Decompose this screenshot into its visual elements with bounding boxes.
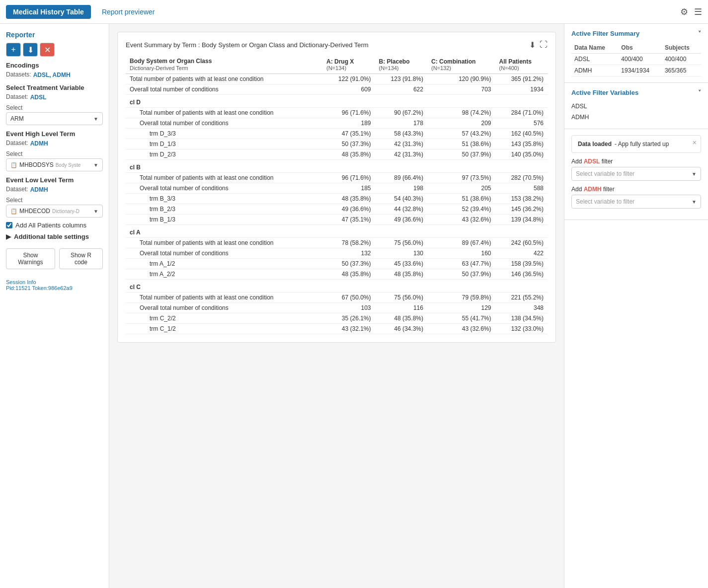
table-cell-b: 44 (32.8%) <box>375 204 427 215</box>
fs-col-name: Data Name <box>571 42 618 54</box>
table-row: trm D_3/347 (35.1%)58 (43.3%)57 (43.2%)1… <box>126 129 548 139</box>
adsl-filter-label: Add Add ADSL filter ADSL filter <box>571 158 701 165</box>
table-cell-b: 130 <box>375 248 427 259</box>
table-cell-a: 50 (37.3%) <box>322 139 375 149</box>
table-cell-all: 145 (36.2%) <box>495 204 548 215</box>
table-row: trm A_2/248 (35.8%)48 (35.8%)50 (37.9%)1… <box>126 269 548 280</box>
admh-filter-label: Add ADMH filter <box>571 186 701 193</box>
event-high-dataset-row: Dataset: ADMH <box>6 140 103 147</box>
close-button[interactable]: ✕ <box>40 43 55 57</box>
table-download-icon[interactable]: ⬇ <box>529 40 536 50</box>
table-cell-a: 96 (71.6%) <box>322 108 375 118</box>
event-high-title: Event High Level Term <box>6 130 103 138</box>
table-cell-b <box>375 160 427 173</box>
table-cell-all <box>495 280 548 293</box>
col-header-b: B: Placebo (N=134) <box>375 56 427 74</box>
table-cell-a: 47 (35.1%) <box>322 215 375 225</box>
event-low-dataset-label: Dataset: <box>6 186 28 193</box>
admh-select-chevron: ▼ <box>692 199 697 205</box>
table-cell-label: trm C_1/2 <box>126 324 322 334</box>
add-filter-section: Data loaded - App fully started up × Add… <box>564 129 708 220</box>
table-row: Total number of patients with at least o… <box>126 173 548 183</box>
show-code-button[interactable]: Show R code <box>59 248 103 269</box>
table-row: cl D <box>126 95 548 108</box>
admh-filter-select[interactable]: Select variable to filter ▼ <box>571 195 701 209</box>
table-cell-c: 129 <box>427 303 495 313</box>
adsl-select-placeholder: Select variable to filter <box>576 170 634 177</box>
event-high-arrow: ▼ <box>93 162 98 168</box>
table-row: trm C_2/235 (26.1%)48 (35.8%)55 (41.7%)1… <box>126 313 548 324</box>
table-cell-b: 75 (56.0%) <box>375 238 427 248</box>
table-cell-b <box>375 280 427 293</box>
table-cell-b: 48 (35.8%) <box>375 269 427 280</box>
additional-settings[interactable]: ▶ Additional table settings <box>6 233 103 240</box>
adsl-filter-select[interactable]: Select variable to filter ▼ <box>571 167 701 181</box>
nav-brand[interactable]: Medical History Table <box>6 5 91 19</box>
table-cell-a: 103 <box>322 303 375 313</box>
table-cell-a: 35 (26.1%) <box>322 313 375 324</box>
filter-vars-collapse-icon[interactable]: ˅ <box>698 89 701 96</box>
table-cell-all: 365 (91.2%) <box>495 74 548 84</box>
table-cell-b <box>375 225 427 238</box>
add-all-patients-checkbox[interactable] <box>6 222 12 228</box>
table-cell-all: 139 (34.8%) <box>495 215 548 225</box>
encodings-title: Encodings <box>6 62 103 69</box>
table-row: trm D_2/348 (35.8%)42 (31.3%)50 (37.9%)1… <box>126 149 548 160</box>
table-expand-icon[interactable]: ⛶ <box>540 40 548 50</box>
filter-summary-collapse-icon[interactable]: ˅ <box>698 30 701 37</box>
table-row: Total number of patients with at least o… <box>126 238 548 248</box>
event-low-table-icon: 📋 <box>10 208 17 215</box>
event-high-sub: Body Syste <box>56 162 81 168</box>
add-button[interactable]: + <box>6 43 21 57</box>
table-cell-label: trm A_2/2 <box>126 269 322 280</box>
table-cell-c: 51 (38.6%) <box>427 139 495 149</box>
download-button[interactable]: ⬇ <box>23 43 38 57</box>
table-cell-c: 55 (41.7%) <box>427 313 495 324</box>
event-low-select[interactable]: 📋 MHDECOD Dictionary-D ▼ <box>6 205 103 218</box>
datasets-row: Datasets: ADSL, ADMH <box>6 71 103 79</box>
table-cell-b: 89 (66.4%) <box>375 173 427 183</box>
show-warnings-button[interactable]: Show Warnings <box>6 248 55 269</box>
table-cell-c <box>427 280 495 293</box>
data-table: Body System or Organ Class Dictionary-De… <box>126 56 548 334</box>
table-cell-a: 49 (36.6%) <box>322 204 375 215</box>
table-row: trm A_1/250 (37.3%)45 (33.6%)63 (47.7%)1… <box>126 259 548 269</box>
table-cell-label: Total number of patients with at least o… <box>126 74 322 84</box>
event-low-title: Event Low Level Term <box>6 176 103 184</box>
table-cell-all: 138 (34.5%) <box>495 313 548 324</box>
table-cell-b: 75 (56.0%) <box>375 293 427 303</box>
table-cell-label: cl D <box>126 95 322 108</box>
table-cell-label: Overall total number of conditions <box>126 118 322 129</box>
session-label[interactable]: Session Info <box>6 279 103 285</box>
table-cell-a: 609 <box>322 84 375 95</box>
add-all-patients-row: Add All Patients columns <box>6 221 103 229</box>
col-header-body-system: Body System or Organ Class Dictionary-De… <box>126 56 322 74</box>
nav-icons: ⚙ ☰ <box>680 6 702 17</box>
table-cell-label: trm C_2/2 <box>126 313 322 324</box>
main-layout: Reporter + ⬇ ✕ Encodings Datasets: ADSL,… <box>0 24 708 588</box>
table-cell-b: 198 <box>375 183 427 194</box>
table-cell-a: 132 <box>322 248 375 259</box>
table-cell-all: 221 (55.2%) <box>495 293 548 303</box>
treatment-title: Select Treatment Variable <box>6 84 103 91</box>
treatment-select[interactable]: ARM ▼ <box>6 112 103 125</box>
nav-tab-report-previewer[interactable]: Report previewer <box>95 5 162 19</box>
col-header-c: C: Combination (N=132) <box>427 56 495 74</box>
table-cell-all: 140 (35.0%) <box>495 149 548 160</box>
gear-icon[interactable]: ⚙ <box>680 6 688 17</box>
fs-cell-obs: 400/400 <box>618 54 662 65</box>
event-low-select-inner: 📋 MHDECOD Dictionary-D <box>10 208 79 215</box>
treatment-dataset-value: ADSL <box>30 94 47 101</box>
table-row: Total number of patients with at least o… <box>126 74 548 84</box>
event-high-select[interactable]: 📋 MHBODSYS Body Syste ▼ <box>6 158 103 171</box>
event-low-sub: Dictionary-D <box>52 209 79 214</box>
datasets-value: ADSL, ADMH <box>33 72 71 78</box>
table-row: Overall total number of conditions609622… <box>126 84 548 95</box>
menu-icon[interactable]: ☰ <box>694 6 702 17</box>
filter-vars-title: Active Filter Variables ˅ <box>571 89 701 96</box>
table-cell-c: 50 (37.9%) <box>427 269 495 280</box>
event-high-select-inner: 📋 MHBODSYS Body Syste <box>10 161 80 168</box>
filter-summary-row: ADSL400/400400/400 <box>571 54 701 65</box>
table-card-title: Event Summary by Term : Body System or O… <box>126 41 369 49</box>
toast-close-icon[interactable]: × <box>693 139 697 147</box>
